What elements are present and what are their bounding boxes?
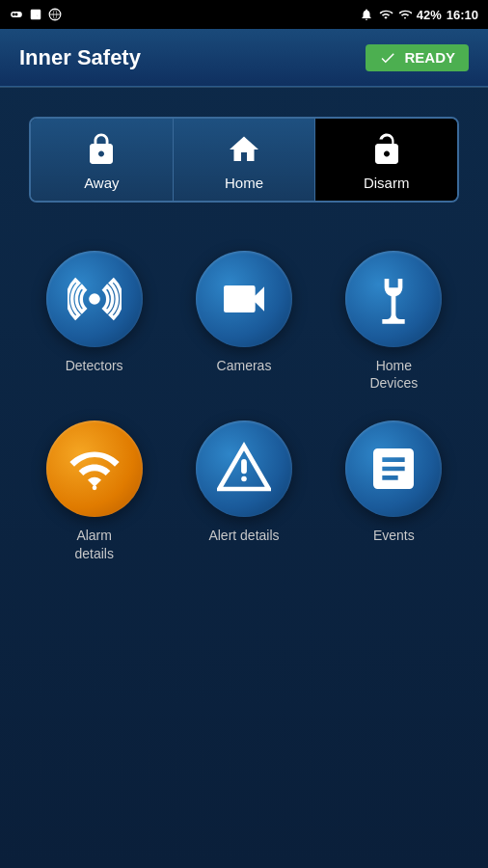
- disarm-icon: [369, 132, 404, 167]
- home-devices-icon: [366, 272, 420, 326]
- alarm-details-button[interactable]: [46, 420, 143, 517]
- ready-badge: READY: [366, 44, 469, 71]
- detectors-item[interactable]: Detectors: [29, 251, 159, 392]
- home-devices-label: HomeDevices: [369, 357, 418, 392]
- battery-indicator: 42%: [417, 8, 442, 22]
- main-grid: Detectors Cameras HomeDevices: [0, 222, 488, 591]
- mode-selector: Away Home Disarm: [29, 117, 459, 203]
- events-button[interactable]: [345, 420, 442, 517]
- mode-home-button[interactable]: Home: [174, 119, 316, 201]
- mode-away-button[interactable]: Away: [31, 119, 174, 201]
- home-devices-item[interactable]: HomeDevices: [329, 251, 459, 392]
- cameras-item[interactable]: Cameras: [178, 251, 309, 392]
- home-devices-button[interactable]: [345, 251, 442, 347]
- detectors-icon: [68, 272, 122, 326]
- detectors-button[interactable]: [46, 251, 143, 347]
- events-label: Events: [373, 527, 415, 544]
- mode-away-label: Away: [84, 175, 119, 191]
- alert-details-button[interactable]: [196, 420, 292, 517]
- signal-icon: [398, 8, 412, 21]
- mode-disarm-button[interactable]: Disarm: [315, 119, 457, 201]
- browser-icon: [48, 8, 62, 21]
- svg-point-2: [89, 293, 100, 305]
- cameras-label: Cameras: [217, 357, 272, 374]
- status-bar-left: [10, 8, 62, 21]
- alarm-details-icon: [68, 442, 122, 496]
- alert-details-item[interactable]: Alert details: [178, 420, 309, 561]
- check-icon: [379, 49, 396, 67]
- alarm-details-item[interactable]: Alarmdetails: [29, 420, 159, 561]
- cameras-button[interactable]: [196, 251, 292, 347]
- app-header: Inner Safety READY: [0, 29, 488, 87]
- cameras-icon: [217, 272, 271, 326]
- detectors-label: Detectors: [66, 357, 123, 374]
- mode-disarm-label: Disarm: [364, 175, 410, 191]
- alert-details-icon: [217, 442, 271, 496]
- events-icon: [366, 442, 420, 496]
- alarm-details-label: Alarmdetails: [74, 527, 113, 561]
- home-icon: [227, 132, 261, 167]
- lock-icon: [84, 132, 119, 167]
- wifi-icon: [378, 8, 393, 21]
- mode-home-label: Home: [225, 175, 263, 191]
- alarm-icon: [360, 8, 373, 21]
- svg-point-3: [92, 486, 96, 491]
- events-item[interactable]: Events: [329, 420, 459, 561]
- clock: 16:10: [447, 8, 478, 22]
- svg-point-4: [241, 476, 247, 482]
- status-bar: 42% 16:10: [0, 0, 488, 29]
- alert-details-label: Alert details: [208, 527, 279, 544]
- image-icon: [29, 8, 42, 21]
- ready-text: READY: [404, 49, 455, 66]
- header-divider: [0, 87, 488, 88]
- usb-icon: [10, 8, 23, 21]
- status-bar-right: 42% 16:10: [360, 8, 478, 22]
- app-title: Inner Safety: [19, 45, 141, 70]
